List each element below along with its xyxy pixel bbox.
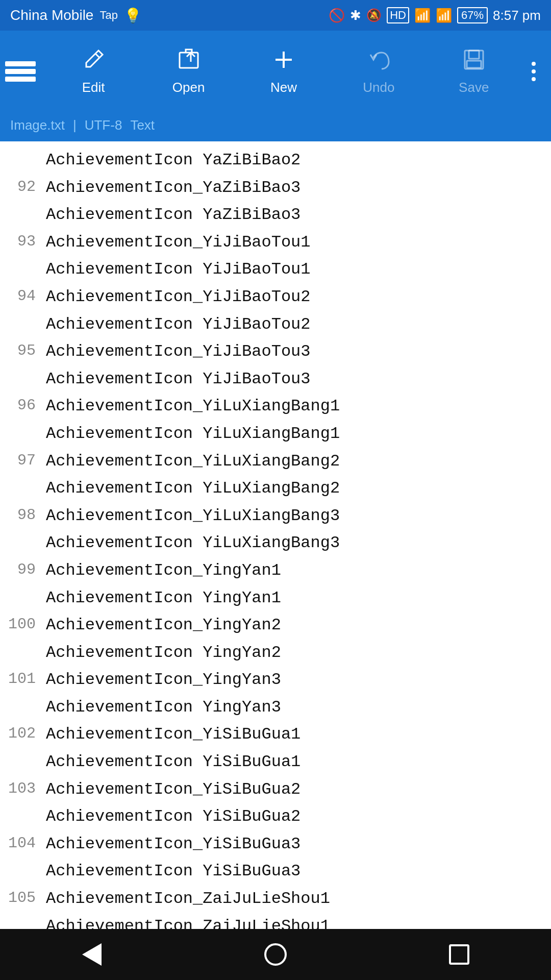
line-content: AchievementIcon YingYan1 (46, 585, 551, 611)
line-number: 96 (0, 394, 46, 418)
new-label: New (270, 80, 297, 95)
table-row: ·AchievementIcon YiLuXiangBang1 (0, 420, 551, 448)
line-number: 92 (0, 175, 46, 199)
more-button[interactable] (521, 62, 546, 81)
table-row: 98AchievementIcon_YiLuXiangBang3 (0, 502, 551, 530)
line-content: AchievementIcon YiJiBaoTou1 (46, 257, 551, 282)
line-number: · (0, 804, 46, 828)
home-button[interactable] (250, 929, 301, 980)
line-content: AchievementIcon YingYan3 (46, 695, 551, 720)
recents-icon (449, 944, 469, 965)
line-number: 100 (0, 612, 46, 636)
table-row: 93AchievementIcon_YiJiBaoTou1 (0, 229, 551, 256)
undo-icon (366, 47, 391, 76)
logo-line-1 (5, 61, 36, 66)
more-dot-3 (532, 77, 536, 81)
table-row: 105AchievementIcon_ZaiJuLieShou1 (0, 885, 551, 913)
line-content: AchievementIcon_YingYan1 (46, 558, 551, 583)
filename: Image.txt (10, 117, 65, 133)
table-row: ·AchievementIcon YingYan1 (0, 584, 551, 612)
line-number: 98 (0, 503, 46, 527)
signal-icon: 📶 (436, 8, 452, 23)
line-number: · (0, 202, 46, 226)
encoding: UTF-8 (85, 117, 122, 133)
table-row: 101AchievementIcon_YingYan3 (0, 666, 551, 694)
line-content: AchievementIcon_YiLuXiangBang2 (46, 449, 551, 474)
logo-line-2 (5, 69, 36, 74)
content-wrapper: ·AchievementIcon YaZiBiBao292Achievement… (0, 141, 551, 980)
line-content: AchievementIcon YiJiBaoTou2 (46, 312, 551, 337)
wifi-icon: 📶 (414, 8, 431, 23)
recents-button[interactable] (434, 929, 485, 980)
edit-label: Edit (82, 80, 105, 95)
line-content: AchievementIcon YiSiBuGua3 (46, 859, 551, 884)
table-row: 96AchievementIcon_YiLuXiangBang1 (0, 393, 551, 420)
line-content: AchievementIcon_YiJiBaoTou1 (46, 230, 551, 255)
line-number: 104 (0, 831, 46, 855)
table-row: ·AchievementIcon YaZiBiBao2 (0, 146, 551, 174)
toolbar-actions: Edit Open New (46, 47, 521, 95)
line-number: · (0, 695, 46, 719)
mute-icon: 🔕 (366, 8, 382, 22)
line-content: AchievementIcon_YiSiBuGua1 (46, 722, 551, 747)
carrier-name: China Mobile (10, 7, 93, 23)
code-content: ·AchievementIcon YaZiBiBao292Achievement… (0, 141, 551, 980)
line-content: AchievementIcon YiSiBuGua1 (46, 749, 551, 775)
back-button[interactable] (66, 929, 117, 980)
more-dot-1 (532, 62, 536, 66)
line-number: 101 (0, 667, 46, 691)
open-label: Open (172, 80, 205, 95)
back-icon (82, 943, 102, 966)
edit-button[interactable]: Edit (68, 47, 119, 95)
line-content: AchievementIcon YaZiBiBao3 (46, 202, 551, 228)
line-number: · (0, 312, 46, 336)
table-row: 92AchievementIcon_YaZiBiBao3 (0, 174, 551, 202)
line-number: · (0, 148, 46, 172)
line-content: AchievementIcon_YiJiBaoTou3 (46, 339, 551, 364)
line-number: 102 (0, 722, 46, 746)
time-display: 8:57 pm (493, 8, 541, 23)
line-content: AchievementIcon_YaZiBiBao3 (46, 175, 551, 201)
bottom-nav (0, 929, 551, 980)
table-row: 100AchievementIcon_YingYan2 (0, 611, 551, 639)
line-number: 105 (0, 886, 46, 910)
table-row: ·AchievementIcon YaZiBiBao3 (0, 201, 551, 229)
open-icon (177, 47, 201, 76)
line-content: AchievementIcon_YingYan2 (46, 612, 551, 638)
line-number: 103 (0, 777, 46, 801)
save-button[interactable]: Save (448, 47, 499, 95)
undo-button[interactable]: Undo (353, 47, 404, 95)
files-logo[interactable] (5, 61, 36, 82)
line-content: AchievementIcon YiLuXiangBang2 (46, 476, 551, 501)
line-number: · (0, 421, 46, 445)
save-label: Save (459, 80, 489, 95)
line-content: AchievementIcon YingYan2 (46, 640, 551, 666)
line-number: 95 (0, 339, 46, 363)
line-content: AchievementIcon_YiLuXiangBang1 (46, 394, 551, 419)
svg-line-0 (95, 54, 99, 58)
line-content: AchievementIcon_YiSiBuGua2 (46, 777, 551, 802)
line-number: · (0, 476, 46, 500)
table-row: 104AchievementIcon_YiSiBuGua3 (0, 830, 551, 858)
new-icon (271, 47, 296, 76)
line-number: · (0, 585, 46, 609)
line-number: · (0, 859, 46, 883)
table-row: ·AchievementIcon YingYan3 (0, 694, 551, 721)
table-row: 102AchievementIcon_YiSiBuGua1 (0, 721, 551, 748)
line-number: · (0, 640, 46, 664)
line-content: AchievementIcon YiLuXiangBang3 (46, 530, 551, 556)
line-number: 94 (0, 284, 46, 308)
open-button[interactable]: Open (163, 47, 214, 95)
line-number: · (0, 749, 46, 773)
table-row: ·AchievementIcon YiJiBaoTou2 (0, 311, 551, 338)
line-content: AchievementIcon YiSiBuGua2 (46, 804, 551, 829)
new-button[interactable]: New (258, 47, 309, 95)
status-left: China Mobile Tap 💡 (10, 7, 142, 24)
line-number: 99 (0, 558, 46, 582)
line-content: AchievementIcon_YiJiBaoTou2 (46, 284, 551, 310)
sim-icon: 🚫 (329, 8, 345, 23)
table-row: ·AchievementIcon YiSiBuGua1 (0, 748, 551, 776)
battery-icon: 67% (457, 7, 488, 23)
table-row: 99AchievementIcon_YingYan1 (0, 557, 551, 584)
line-number: · (0, 366, 46, 390)
